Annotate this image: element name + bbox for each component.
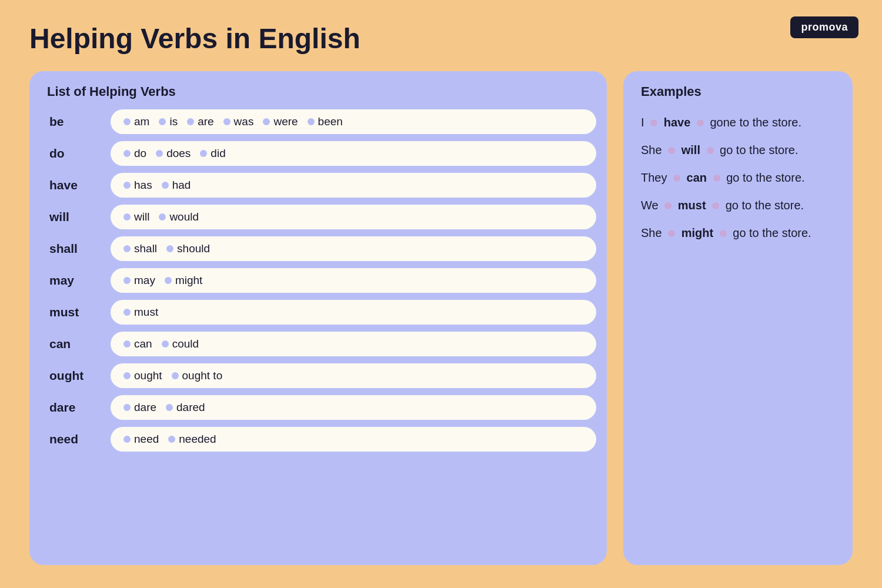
verb-forms: dodoesdid [111,141,596,166]
form-text: might [175,274,202,287]
dot-icon [159,118,166,125]
example-subject: She [641,143,665,157]
verb-forms: needneeded [111,427,596,452]
verb-label: ought [40,363,111,389]
verb-label: dare [40,395,111,420]
form-text: dared [176,401,205,414]
form-text: will [134,211,149,223]
verb-label: may [40,268,111,293]
form-word: shall [123,242,157,255]
promova-badge: promova [790,16,858,38]
example-sentence: She will go to the store. [641,143,835,157]
form-text: been [318,115,343,128]
form-text: needed [179,433,216,446]
example-sentence: She might go to the store. [641,226,835,240]
form-text: would [169,211,199,223]
right-panel: Examples I have gone to the store.She wi… [623,71,853,565]
form-text: should [177,242,210,255]
form-text: dare [134,401,156,414]
form-word: may [123,274,155,287]
dot-example-icon [720,230,727,237]
form-text: is [169,115,178,128]
verb-row: willwillwould [40,204,596,230]
form-word: would [159,211,199,223]
verb-forms: shallshould [111,236,596,261]
verb-forms: daredared [111,395,596,420]
dot-example-icon [697,119,704,126]
example-verb: must [674,199,709,212]
verb-forms: willwould [111,205,596,229]
example-subject: I [641,116,647,129]
form-word: had [162,179,191,192]
dot-icon [123,309,131,316]
dot-icon [123,182,131,189]
dot-icon [308,118,315,125]
form-text: are [198,115,213,128]
form-text: could [172,338,199,350]
example-verb: can [683,171,710,185]
examples-container: I have gone to the store.She will go to … [641,116,835,254]
form-text: had [172,179,191,192]
dot-icon [123,404,131,411]
form-text: were [273,115,298,128]
form-text: need [134,433,159,446]
form-word: was [223,115,254,128]
left-panel-header: List of Helping Verbs [29,71,607,109]
form-word: has [123,179,152,192]
form-text: am [134,115,149,128]
form-word: do [123,147,146,160]
form-word: must [123,306,158,319]
verb-row: mustmust [40,299,596,325]
page-title: Helping Verbs in English [0,0,882,71]
dot-icon [123,340,131,348]
dot-example-icon [664,202,671,209]
dot-example-icon [712,202,719,209]
dot-icon [123,277,131,284]
dot-example-icon [668,230,675,237]
verb-label: need [40,426,111,452]
verb-row: cancancould [40,331,596,357]
form-word: dare [123,401,156,414]
form-text: has [134,179,152,192]
example-verb: might [678,226,717,240]
verb-row: dododoesdid [40,141,596,166]
form-word: does [156,147,191,160]
form-word: did [200,147,225,160]
dot-icon [123,436,131,443]
verb-forms: hashad [111,173,596,198]
dot-icon [187,118,194,125]
left-panel: List of Helping Verbs beamisarewaswerebe… [29,71,607,565]
form-text: was [234,115,254,128]
example-rest: go to the store. [717,143,799,157]
verb-label: must [40,299,111,325]
dot-icon [165,277,172,284]
dot-icon [123,118,131,125]
verb-forms: maymight [111,268,596,293]
verb-label: have [40,172,111,198]
dot-icon [123,150,131,157]
form-word: should [166,242,210,255]
example-verb: have [660,116,694,129]
form-word: are [187,115,213,128]
example-sentence: They can go to the store. [641,171,835,185]
verb-label: be [40,109,111,135]
form-text: ought to [182,369,223,382]
form-word: might [165,274,202,287]
form-word: dared [166,401,205,414]
form-word: is [159,115,178,128]
example-rest: go to the store. [722,199,804,212]
form-word: ought to [172,369,223,382]
form-text: do [134,147,146,160]
dot-example-icon [668,147,675,154]
verb-label: can [40,331,111,357]
form-word: been [308,115,343,128]
form-word: could [162,338,199,350]
form-word: need [123,433,159,446]
example-verb: will [678,143,703,157]
form-word: needed [168,433,216,446]
example-sentence: We must go to the store. [641,199,835,212]
verb-label: shall [40,236,111,262]
example-rest: go to the store. [730,226,811,240]
form-word: were [263,115,298,128]
dot-example-icon [713,175,720,182]
